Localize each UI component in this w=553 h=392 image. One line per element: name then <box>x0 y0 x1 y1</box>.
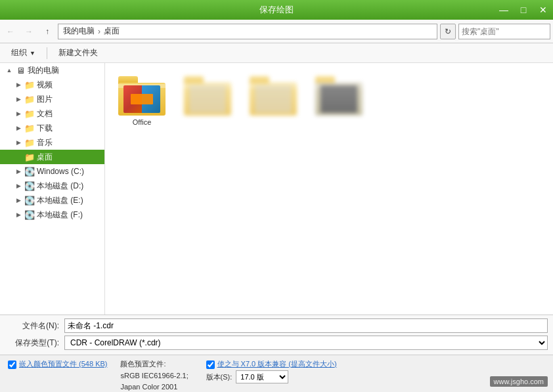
version-label: 版本(S): <box>206 372 232 382</box>
title-text: 保存绘图 <box>259 4 294 16</box>
folder-icon: 📁 <box>24 152 35 162</box>
expand-icon: ▶ <box>14 139 22 146</box>
sidebar-item-download[interactable]: ▶📁下载 <box>0 121 104 135</box>
embed-group: 嵌入颜色预置文件 (548 KB) <box>8 359 107 369</box>
watermark: www.jsgho.com <box>490 376 548 387</box>
refresh-button[interactable]: ↻ <box>440 24 456 39</box>
tree-item-label: 本地磁盘 (E:) <box>37 195 83 206</box>
color-preset-value: sRGB IEC61966-2.1; Japan Color 2001 Coat… <box>120 370 192 392</box>
version-select[interactable]: 17.0 版 <box>236 370 288 383</box>
expand-icon: ▶ <box>14 196 22 204</box>
version-row: 版本(S): 17.0 版 <box>206 370 337 383</box>
sidebar-item-mypc[interactable]: ▲🖥我的电脑 <box>0 63 104 77</box>
main-area: ▲🖥我的电脑▶📁视频▶📁图片▶📁文档▶📁下载▶📁音乐📁桌面▶💽Windows (… <box>0 63 553 315</box>
embed-option-row: 嵌入颜色预置文件 (548 KB) <box>8 359 107 369</box>
filename-input[interactable] <box>64 318 548 333</box>
expand-icon: ▶ <box>14 124 22 132</box>
toolbar: 组织 ▼ 新建文件夹 <box>0 43 553 63</box>
sidebar-item-windows[interactable]: ▶💽Windows (C:) <box>0 164 104 179</box>
search-input[interactable] <box>462 27 547 36</box>
sidebar-item-music[interactable]: ▶📁音乐 <box>0 135 104 150</box>
expand-icon: ▶ <box>14 211 22 219</box>
tree-item-label: 我的电脑 <box>28 65 59 76</box>
address-bar: ← → ↑ 我的电脑 › 桌面 ↻ <box>0 20 553 43</box>
folder-icon: 📁 <box>24 94 35 104</box>
folder-icon: 📁 <box>24 108 35 119</box>
sidebar: ▲🖥我的电脑▶📁视频▶📁图片▶📁文档▶📁下载▶📁音乐📁桌面▶💽Windows (… <box>0 63 105 315</box>
sidebar-item-video[interactable]: ▶📁视频 <box>0 77 104 92</box>
tree-item-label: 下载 <box>37 123 53 134</box>
new-folder-button[interactable]: 新建文件夹 <box>53 46 104 60</box>
compat-checkbox[interactable] <box>206 360 215 369</box>
tree-item-label: 文档 <box>37 108 53 120</box>
path-separator: › <box>98 27 100 36</box>
folder-icon: 🖥 <box>15 65 26 76</box>
options-area: 嵌入颜色预置文件 (548 KB) 颜色预置文件: sRGB IEC61966-… <box>0 355 553 392</box>
sidebar-item-diske[interactable]: ▶💽本地磁盘 (E:) <box>0 193 104 207</box>
folder-icon: 📁 <box>24 79 35 90</box>
filetype-row: 保存类型(T): CDR - CorelDRAW (*.cdr) <box>5 335 548 351</box>
bottom-form-area: 文件名(N): 保存类型(T): CDR - CorelDRAW (*.cdr) <box>0 315 553 355</box>
expand-icon: ▶ <box>14 110 22 118</box>
sidebar-item-diskd[interactable]: ▶💽本地磁盘 (D:) <box>0 179 104 193</box>
sidebar-item-doc[interactable]: ▶📁文档 <box>0 106 104 121</box>
color-preset-group: 颜色预置文件: sRGB IEC61966-2.1; Japan Color 2… <box>120 359 192 392</box>
up-button[interactable]: ↑ <box>39 24 55 39</box>
file-item-office[interactable]: Office <box>116 74 168 129</box>
expand-icon: ▲ <box>5 66 13 74</box>
expand-icon <box>14 153 22 161</box>
file-item-folder3[interactable] <box>247 74 299 121</box>
toolbar-separator <box>47 47 47 59</box>
filename-row: 文件名(N): <box>5 318 548 334</box>
expand-icon: ▶ <box>14 95 22 103</box>
organize-arrow-icon: ▼ <box>30 50 35 56</box>
tree-item-label: 视频 <box>37 79 53 91</box>
filename-label: 文件名(N): <box>5 320 64 332</box>
file-label-office: Office <box>133 118 152 126</box>
window-controls: — □ ✕ <box>494 0 553 20</box>
color-preset-row: 颜色预置文件: <box>120 359 192 369</box>
file-item-folder4[interactable] <box>313 74 365 121</box>
file-grid: Office <box>116 74 542 129</box>
sidebar-item-diskf[interactable]: ▶💽本地磁盘 (F:) <box>0 207 104 222</box>
tree-item-label: 桌面 <box>37 152 53 163</box>
title-bar: 保存绘图 — □ ✕ <box>0 0 553 20</box>
tree-item-label: 本地磁盘 (F:) <box>37 209 83 221</box>
folder-icon: 📁 <box>24 123 35 133</box>
file-item-folder2[interactable] <box>181 74 234 121</box>
tree-item-label: 音乐 <box>37 137 53 148</box>
expand-icon: ▶ <box>14 167 22 175</box>
maximize-button[interactable]: □ <box>514 0 533 20</box>
new-folder-label: 新建文件夹 <box>58 47 98 58</box>
forward-button[interactable]: → <box>21 24 37 39</box>
organize-button[interactable]: 组织 ▼ <box>5 46 41 60</box>
sidebar-item-picture[interactable]: ▶📁图片 <box>0 92 104 106</box>
back-button[interactable]: ← <box>3 24 18 39</box>
search-box[interactable] <box>458 24 550 39</box>
color-preset-label: 颜色预置文件: <box>120 359 166 369</box>
file-area[interactable]: Office <box>105 63 553 315</box>
tree-item-label: 本地磁盘 (D:) <box>37 181 83 192</box>
filetype-select[interactable]: CDR - CorelDRAW (*.cdr) <box>64 336 548 350</box>
folder-icon: 💽 <box>24 195 35 206</box>
path-current[interactable]: 桌面 <box>102 25 122 37</box>
folder-icon: 💽 <box>24 209 35 220</box>
compat-group: 使之与 X7.0 版本兼容 (提高文件大小) 版本(S): 17.0 版 <box>206 359 337 383</box>
folder-icon: 📁 <box>24 137 35 148</box>
compat-option-row: 使之与 X7.0 版本兼容 (提高文件大小) <box>206 359 337 369</box>
close-button[interactable]: ✕ <box>533 0 553 20</box>
minimize-button[interactable]: — <box>494 0 514 20</box>
embed-label[interactable]: 嵌入颜色预置文件 (548 KB) <box>19 359 107 369</box>
compat-label[interactable]: 使之与 X7.0 版本兼容 (提高文件大小) <box>217 359 337 369</box>
folder-icon: 💽 <box>24 181 35 191</box>
expand-icon: ▶ <box>14 182 22 190</box>
folder-icon: 💽 <box>24 166 35 177</box>
expand-icon: ▶ <box>14 81 22 89</box>
embed-checkbox[interactable] <box>8 360 16 369</box>
tree-item-label: Windows (C:) <box>37 167 84 176</box>
sidebar-item-desktop[interactable]: 📁桌面 <box>0 150 104 164</box>
path-root[interactable]: 我的电脑 <box>61 25 97 37</box>
filetype-label: 保存类型(T): <box>5 338 64 349</box>
address-path[interactable]: 我的电脑 › 桌面 <box>58 24 437 39</box>
organize-label: 组织 <box>11 47 27 58</box>
